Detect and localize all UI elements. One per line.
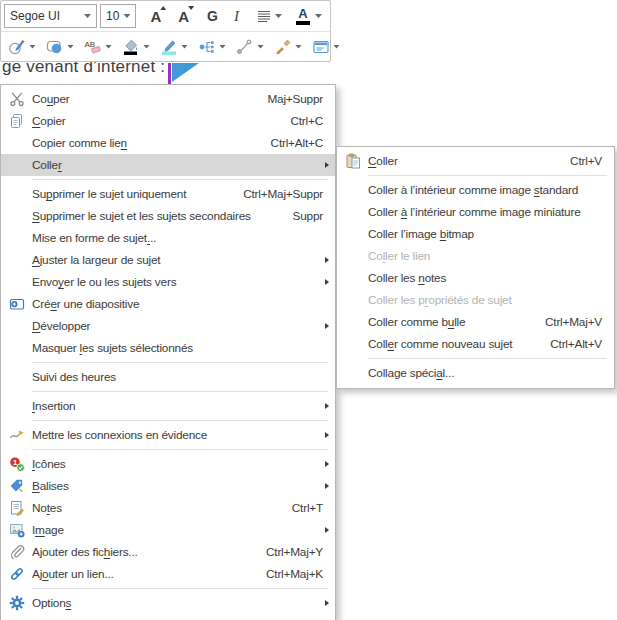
chevron-down-icon[interactable] [84,14,91,18]
menu-item[interactable]: Image [1,519,335,541]
menu-item[interactable]: Supprimer le sujet uniquementCtrl+Maj+Su… [1,183,335,205]
menu-item-label: Notes [32,501,62,515]
menu-item-label: Coller [368,154,398,168]
submenu-arrow-icon [325,403,335,409]
chevron-down-icon[interactable] [181,45,188,49]
highlight-color-button[interactable] [156,34,192,60]
svg-text:1: 1 [13,458,17,467]
alignment-button[interactable] [251,3,287,29]
menu-shortcut: Ctrl+Alt+V [550,337,604,351]
menu-item-label: Coller les propriétés de sujet [368,293,512,307]
menu-item[interactable]: Collage spécial... [337,362,614,384]
menu-item-label: Coller à l’intérieur comme image miniatu… [368,205,581,219]
menu-item[interactable]: Coller [1,154,335,176]
submenu-arrow-icon [325,162,335,168]
menu-item-label: Envoyer le ou les sujets vers [32,275,176,289]
menu-item[interactable]: Masquer les sujets sélectionnés [1,337,335,359]
menu-item[interactable]: Coller à l’intérieur comme image standar… [337,179,614,201]
chevron-down-icon[interactable] [143,45,150,49]
chevron-down-icon[interactable] [29,45,36,49]
menu-item[interactable]: Insertion [1,395,335,417]
menu-item[interactable]: Créer une diapositive [1,293,335,315]
menu-item[interactable]: 1Icônes [1,453,335,475]
chevron-down-icon[interactable] [257,45,264,49]
font-size-combo[interactable]: 10 [100,4,136,28]
menu-item[interactable]: Supprimer le sujet et les sujets seconda… [1,205,335,227]
chevron-down-icon[interactable] [295,45,302,49]
toolbar-row-font: Segoe UI 10 A A G I A [1,1,330,32]
menu-item[interactable]: Coller comme bulleCtrl+Maj+V [337,311,614,333]
menu-item-label: Copier comme lien [32,136,127,150]
chevron-down-icon[interactable] [219,45,226,49]
scissors-icon [1,91,32,107]
chevron-down-icon[interactable] [123,14,130,18]
chevron-down-icon[interactable] [67,45,74,49]
menu-item[interactable]: NotesCtrl+T [1,497,335,519]
menu-item[interactable]: Coller les notes [337,267,614,289]
menu-separator [368,358,607,359]
topic-card-button[interactable] [308,34,344,60]
menu-item-label: Créer une diapositive [32,297,139,311]
menu-item[interactable]: CopierCtrl+C [1,110,335,132]
menu-item[interactable]: Suivi des heures [1,366,335,388]
menu-item[interactable]: Mise en forme de sujet... [1,227,335,249]
copy-icon [1,113,32,129]
submenu-arrow-icon [325,432,335,438]
menu-item[interactable]: Développer [1,315,335,337]
menu-item: Coller les propriétés de sujet [337,289,614,311]
paste-icon [337,153,368,169]
menu-item-label: Suivi des heures [32,370,116,384]
menu-item[interactable]: Options [1,592,335,614]
menu-item-label: Coller à l’intérieur comme image standar… [368,183,578,197]
align-lines-icon [256,8,272,24]
clear-format-button[interactable]: AB [80,34,116,60]
menu-item[interactable]: CouperMaj+Suppr [1,88,335,110]
menu-item[interactable]: Ajouter des fichiers...Ctrl+Maj+Y [1,541,335,563]
menu-item-label: Icônes [32,457,66,471]
bold-button[interactable]: G [202,3,223,29]
submenu-arrow-icon [325,257,335,263]
paperclip-icon [1,544,32,560]
menu-item-label: Développer [32,319,90,333]
increase-font-button[interactable]: A [145,3,166,29]
submenu-arrow-icon [325,279,335,285]
chevron-down-icon[interactable] [105,45,112,49]
menu-item-label: Coller l’image bitmap [368,227,474,241]
notes-icon [1,500,32,516]
italic-button[interactable]: I [229,3,244,29]
font-color-icon: A [296,7,310,25]
font-family-combo[interactable]: Segoe UI [4,4,97,28]
icons-icon: 1 [1,456,32,472]
menu-item[interactable]: Ajuster la largeur de sujet [1,249,335,271]
menu-item[interactable]: Balises [1,475,335,497]
menu-separator [32,449,328,450]
menu-item[interactable]: Copier comme lienCtrl+Alt+C [1,132,335,154]
menu-item[interactable]: Coller comme nouveau sujetCtrl+Alt+V [337,333,614,355]
menu-separator [32,588,328,589]
menu-item[interactable]: CollerCtrl+V [337,150,614,172]
menu-item[interactable]: Envoyer le ou les sujets vers [1,271,335,293]
format-painter-button[interactable] [270,34,306,60]
decrease-font-button[interactable]: A [173,3,194,29]
outline-style-button[interactable] [4,34,40,60]
menu-shortcut: Ctrl+Maj+V [545,315,604,329]
chevron-down-icon[interactable] [315,14,322,18]
menu-item[interactable]: Coller à l’intérieur comme image miniatu… [337,201,614,223]
menu-shortcut: Ctrl+T [292,501,325,515]
shape-style-button[interactable] [42,34,78,60]
menu-shortcut: Suppr [293,209,325,223]
menu-shortcut: Ctrl+C [290,114,325,128]
topic-connections-icon [198,38,216,56]
menu-item-label: Options [32,596,71,610]
menu-item[interactable]: Coller l’image bitmap [337,223,614,245]
menu-item[interactable]: Mettre les connexions en évidence [1,424,335,446]
relationship-button[interactable] [232,34,268,60]
chevron-down-icon[interactable] [275,14,282,18]
topic-connections-button[interactable] [194,34,230,60]
fill-color-button[interactable] [118,34,154,60]
chevron-down-icon[interactable] [333,45,340,49]
font-color-button[interactable]: A [291,3,327,29]
menu-shortcut: Ctrl+Maj+Suppr [243,187,325,201]
paste-submenu: CollerCtrl+VColler à l’intérieur comme i… [336,146,615,389]
menu-item[interactable]: Ajouter un lien...Ctrl+Maj+K [1,563,335,585]
